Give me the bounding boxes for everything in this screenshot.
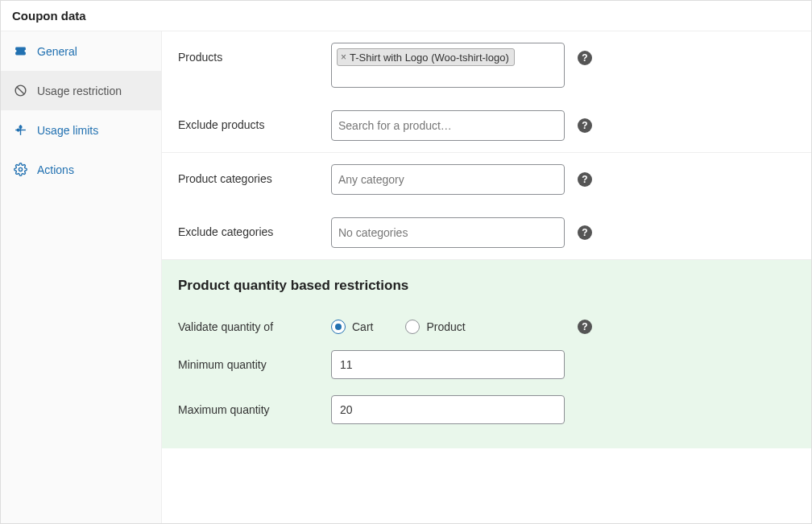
radio-cart[interactable]: Cart [331, 320, 373, 334]
product-categories-input[interactable] [337, 170, 559, 189]
exclude-products-select[interactable] [331, 110, 565, 141]
panel-body: General Usage restriction Usage limits A… [1, 31, 811, 523]
sidebar-item-label: General [37, 45, 77, 58]
product-tag-label: T-Shirt with Logo (Woo-tshirt-logo) [350, 52, 509, 64]
label-validate-quantity: Validate quantity of [178, 320, 331, 333]
label-min-quantity: Minimum quantity [178, 358, 331, 371]
sidebar: General Usage restriction Usage limits A… [1, 31, 162, 523]
ticket-icon [14, 44, 27, 58]
radio-product[interactable]: Product [405, 320, 465, 334]
help-icon[interactable]: ? [578, 225, 592, 240]
sidebar-item-actions[interactable]: Actions [1, 150, 161, 189]
label-products: Products [178, 43, 331, 64]
exclude-categories-input[interactable] [337, 223, 559, 242]
svg-line-1 [17, 87, 24, 94]
label-product-categories: Product categories [178, 164, 331, 185]
block-quantity-restrictions: Product quantity based restrictions Vali… [162, 260, 811, 448]
sidebar-item-label: Actions [37, 163, 74, 176]
block-icon [14, 84, 27, 97]
sidebar-item-general[interactable]: General [1, 31, 161, 71]
sidebar-item-label: Usage restriction [37, 85, 122, 97]
svg-point-5 [19, 126, 22, 129]
label-exclude-products: Exclude products [178, 110, 331, 131]
radio-icon [331, 320, 346, 334]
exclude-categories-select[interactable] [331, 217, 565, 248]
products-select[interactable]: × T-Shirt with Logo (Woo-tshirt-logo) [331, 43, 565, 88]
block-categories: Product categories ? Exclude categories [162, 153, 811, 260]
label-exclude-categories: Exclude categories [178, 217, 331, 238]
exclude-products-input[interactable] [337, 116, 559, 135]
label-max-quantity: Maximum quantity [178, 403, 331, 416]
radio-label: Cart [352, 320, 373, 333]
help-icon[interactable]: ? [578, 172, 592, 187]
help-icon[interactable]: ? [578, 118, 592, 133]
product-tag[interactable]: × T-Shirt with Logo (Woo-tshirt-logo) [337, 48, 515, 66]
quantity-heading: Product quantity based restrictions [178, 278, 795, 294]
radio-icon [405, 320, 420, 334]
content-area: Products × T-Shirt with Logo (Woo-tshirt… [162, 31, 811, 523]
block-products: Products × T-Shirt with Logo (Woo-tshirt… [162, 31, 811, 153]
coupon-data-panel: Coupon data General Usage restriction Us [0, 0, 812, 524]
close-icon[interactable]: × [341, 52, 346, 63]
min-quantity-input[interactable] [331, 350, 565, 379]
validate-quantity-radio-group: Cart Product [331, 320, 565, 334]
gear-icon [14, 163, 27, 176]
panel-title: Coupon data [1, 1, 811, 31]
sidebar-item-usage-restriction[interactable]: Usage restriction [1, 71, 161, 110]
svg-point-6 [19, 167, 22, 171]
sidebar-item-usage-limits[interactable]: Usage limits [1, 110, 161, 150]
help-icon[interactable]: ? [578, 51, 592, 65]
product-categories-select[interactable] [331, 164, 565, 195]
svg-point-4 [17, 129, 19, 131]
sidebar-item-label: Usage limits [37, 124, 98, 137]
sliders-icon [14, 123, 27, 137]
help-icon[interactable]: ? [578, 320, 592, 334]
radio-label: Product [426, 320, 465, 333]
max-quantity-input[interactable] [331, 395, 565, 424]
